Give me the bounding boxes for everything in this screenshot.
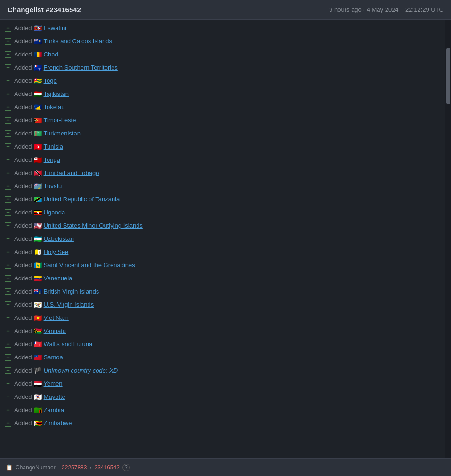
footer-help[interactable]: ? — [122, 464, 130, 471]
country-link[interactable]: Yemen — [44, 377, 63, 390]
country-link[interactable]: Turkmenistan — [44, 127, 81, 140]
flag-emoji: 🇺🇿 — [34, 232, 42, 246]
list-item: +Added 🇻🇪Venezuela — [0, 272, 445, 285]
list-item: +Added 🇹🇨Turks and Caicos Islands — [0, 35, 445, 48]
country-link[interactable]: Trinidad and Tobago — [44, 167, 99, 180]
expand-icon[interactable]: + — [5, 288, 11, 295]
added-label: Added — [14, 285, 32, 298]
expand-icon[interactable]: + — [5, 64, 11, 71]
scrollbar-track[interactable] — [445, 20, 451, 458]
flag-emoji: 🇼🇸 — [34, 351, 42, 364]
country-link[interactable]: Eswatini — [44, 22, 66, 35]
expand-icon[interactable]: + — [5, 209, 11, 216]
flag-emoji: 🇹🇯 — [34, 87, 42, 101]
country-link[interactable]: Tunisia — [44, 140, 63, 153]
added-label: Added — [14, 180, 32, 193]
country-link[interactable]: Tuvalu — [44, 180, 62, 193]
flag-emoji: 🇿🇼 — [34, 417, 42, 430]
country-link[interactable]: British Virgin Islands — [44, 285, 99, 298]
expand-icon[interactable]: + — [5, 262, 11, 269]
flag-emoji: 🇻🇦 — [34, 246, 42, 259]
added-label: Added — [14, 219, 32, 232]
list-item: +Added 🇹🇳Tunisia — [0, 140, 445, 153]
expand-icon[interactable]: + — [5, 25, 11, 32]
expand-icon[interactable]: + — [5, 315, 11, 321]
country-link[interactable]: United Republic of Tanzania — [44, 193, 120, 206]
expand-icon[interactable]: + — [5, 301, 11, 308]
expand-icon[interactable]: + — [5, 420, 11, 427]
expand-icon[interactable]: + — [5, 157, 11, 163]
expand-icon[interactable]: + — [5, 91, 11, 97]
expand-icon[interactable]: + — [5, 394, 11, 400]
country-link[interactable]: French Southern Territories — [44, 61, 118, 74]
list-item: +Added 🇹🇴Tonga — [0, 153, 445, 167]
expand-icon[interactable]: + — [5, 196, 11, 203]
flag-emoji: 🇹🇴 — [34, 153, 42, 167]
expand-icon[interactable]: + — [5, 222, 11, 229]
expand-icon[interactable]: + — [5, 328, 11, 334]
country-link[interactable]: Viet Nam — [44, 311, 69, 325]
footer-link1[interactable]: 22257883 — [62, 464, 87, 471]
country-link[interactable]: Saint Vincent and the Grenadines — [44, 259, 135, 272]
country-link[interactable]: Tokelau — [44, 101, 65, 114]
added-label: Added — [14, 404, 32, 417]
expand-icon[interactable]: + — [5, 38, 11, 45]
expand-icon[interactable]: + — [5, 367, 11, 374]
country-link[interactable]: Uganda — [44, 206, 65, 219]
added-label: Added — [14, 74, 32, 87]
expand-icon[interactable]: + — [5, 407, 11, 413]
expand-icon[interactable]: + — [5, 170, 11, 176]
country-link[interactable]: Timor-Leste — [44, 114, 76, 127]
scrollbar-thumb[interactable] — [446, 48, 450, 104]
country-link[interactable]: Tonga — [44, 153, 60, 167]
country-link[interactable]: Vanuatu — [44, 325, 66, 338]
expand-icon[interactable]: + — [5, 117, 11, 124]
footer-link2[interactable]: 23416542 — [94, 464, 119, 471]
country-link[interactable]: Venezuela — [44, 272, 72, 285]
expand-icon[interactable]: + — [5, 143, 11, 150]
expand-icon[interactable]: + — [5, 275, 11, 282]
country-link[interactable]: Unknown country code: XD — [44, 364, 118, 377]
country-link[interactable]: U.S. Virgin Islands — [44, 298, 94, 311]
list-item: +Added 🇺🇬Uganda — [0, 206, 445, 219]
added-label: Added — [14, 127, 32, 140]
added-label: Added — [14, 351, 32, 364]
expand-icon[interactable]: + — [5, 104, 11, 111]
country-link[interactable]: Turks and Caicos Islands — [44, 35, 112, 48]
added-label: Added — [14, 153, 32, 167]
expand-icon[interactable]: + — [5, 236, 11, 242]
added-label: Added — [14, 246, 32, 259]
country-link[interactable]: Mayotte — [44, 390, 65, 404]
list-item: +Added 🇹🇲Turkmenistan — [0, 127, 445, 140]
list-item: +Added 🇹🇯Tajikistan — [0, 87, 445, 101]
flag-emoji: 🇹🇬 — [34, 74, 42, 87]
flag-emoji: 🇹🇱 — [34, 114, 42, 127]
expand-icon[interactable]: + — [5, 78, 11, 84]
expand-icon[interactable]: + — [5, 183, 11, 190]
expand-icon[interactable]: + — [5, 249, 11, 255]
expand-icon[interactable]: + — [5, 130, 11, 137]
list-item: +Added 🇺🇲United States Minor Outlying Is… — [0, 219, 445, 232]
country-link[interactable]: Tajikistan — [44, 87, 69, 101]
expand-icon[interactable]: + — [5, 341, 11, 348]
added-label: Added — [14, 338, 32, 351]
flag-emoji: 🇾🇹 — [34, 390, 42, 404]
added-label: Added — [14, 48, 32, 61]
country-link[interactable]: Chad — [44, 48, 58, 61]
added-label: Added — [14, 311, 32, 325]
country-link[interactable]: United States Minor Outlying Islands — [44, 219, 143, 232]
expand-icon[interactable]: + — [5, 354, 11, 361]
footer-arrow: › — [89, 464, 91, 471]
country-link[interactable]: Holy See — [44, 246, 69, 259]
flag-emoji: 🇺🇲 — [34, 219, 42, 232]
country-link[interactable]: Zambia — [44, 404, 64, 417]
country-link[interactable]: Wallis and Futuna — [44, 338, 93, 351]
expand-icon[interactable]: + — [5, 51, 11, 58]
flag-emoji: 🇻🇺 — [34, 325, 42, 338]
country-link[interactable]: Togo — [44, 74, 57, 87]
title-bar: Changelist #23416542 9 hours ago · 4 May… — [0, 0, 451, 20]
country-link[interactable]: Uzbekistan — [44, 232, 74, 246]
country-link[interactable]: Zimbabwe — [44, 417, 72, 430]
expand-icon[interactable]: + — [5, 381, 11, 387]
country-link[interactable]: Samoa — [44, 351, 63, 364]
